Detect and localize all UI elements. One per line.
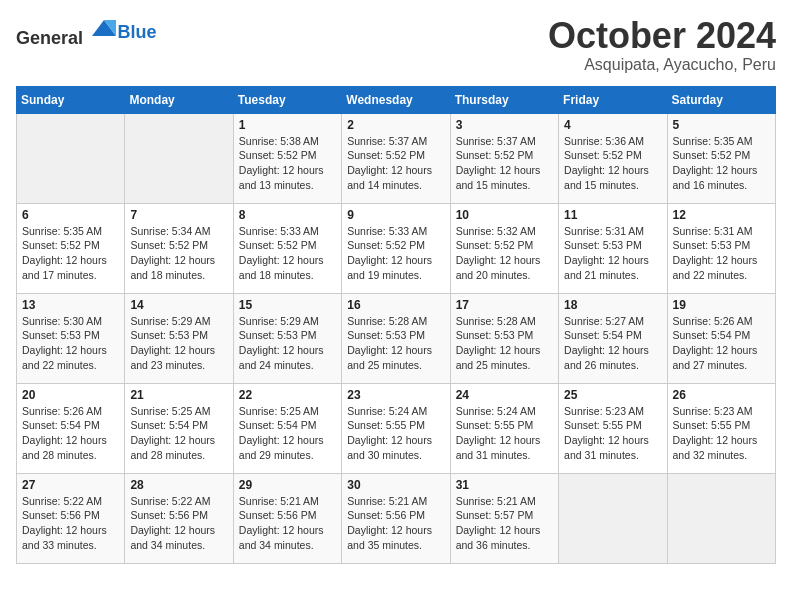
day-info: Sunrise: 5:22 AM Sunset: 5:56 PM Dayligh… xyxy=(130,494,227,553)
day-info: Sunrise: 5:31 AM Sunset: 5:53 PM Dayligh… xyxy=(673,224,770,283)
calendar-cell: 29Sunrise: 5:21 AM Sunset: 5:56 PM Dayli… xyxy=(233,473,341,563)
day-number: 11 xyxy=(564,208,661,222)
day-number: 25 xyxy=(564,388,661,402)
day-number: 27 xyxy=(22,478,119,492)
calendar-cell: 20Sunrise: 5:26 AM Sunset: 5:54 PM Dayli… xyxy=(17,383,125,473)
header-tuesday: Tuesday xyxy=(233,86,341,113)
day-info: Sunrise: 5:32 AM Sunset: 5:52 PM Dayligh… xyxy=(456,224,553,283)
calendar-cell: 5Sunrise: 5:35 AM Sunset: 5:52 PM Daylig… xyxy=(667,113,775,203)
day-info: Sunrise: 5:25 AM Sunset: 5:54 PM Dayligh… xyxy=(239,404,336,463)
calendar-cell: 21Sunrise: 5:25 AM Sunset: 5:54 PM Dayli… xyxy=(125,383,233,473)
day-info: Sunrise: 5:23 AM Sunset: 5:55 PM Dayligh… xyxy=(564,404,661,463)
header-sunday: Sunday xyxy=(17,86,125,113)
month-title: October 2024 xyxy=(548,16,776,56)
calendar-cell: 7Sunrise: 5:34 AM Sunset: 5:52 PM Daylig… xyxy=(125,203,233,293)
day-number: 9 xyxy=(347,208,444,222)
day-number: 17 xyxy=(456,298,553,312)
day-info: Sunrise: 5:33 AM Sunset: 5:52 PM Dayligh… xyxy=(347,224,444,283)
calendar-cell: 31Sunrise: 5:21 AM Sunset: 5:57 PM Dayli… xyxy=(450,473,558,563)
day-number: 3 xyxy=(456,118,553,132)
day-info: Sunrise: 5:37 AM Sunset: 5:52 PM Dayligh… xyxy=(347,134,444,193)
day-number: 7 xyxy=(130,208,227,222)
day-number: 24 xyxy=(456,388,553,402)
logo-text-blue: Blue xyxy=(118,22,157,42)
calendar-cell: 26Sunrise: 5:23 AM Sunset: 5:55 PM Dayli… xyxy=(667,383,775,473)
day-number: 30 xyxy=(347,478,444,492)
logo: General Blue xyxy=(16,16,157,49)
calendar-cell: 23Sunrise: 5:24 AM Sunset: 5:55 PM Dayli… xyxy=(342,383,450,473)
day-info: Sunrise: 5:26 AM Sunset: 5:54 PM Dayligh… xyxy=(22,404,119,463)
calendar-cell: 24Sunrise: 5:24 AM Sunset: 5:55 PM Dayli… xyxy=(450,383,558,473)
day-number: 15 xyxy=(239,298,336,312)
calendar-cell: 9Sunrise: 5:33 AM Sunset: 5:52 PM Daylig… xyxy=(342,203,450,293)
calendar-cell: 30Sunrise: 5:21 AM Sunset: 5:56 PM Dayli… xyxy=(342,473,450,563)
day-number: 1 xyxy=(239,118,336,132)
calendar-cell: 25Sunrise: 5:23 AM Sunset: 5:55 PM Dayli… xyxy=(559,383,667,473)
day-info: Sunrise: 5:22 AM Sunset: 5:56 PM Dayligh… xyxy=(22,494,119,553)
calendar-cell: 1Sunrise: 5:38 AM Sunset: 5:52 PM Daylig… xyxy=(233,113,341,203)
calendar-cell xyxy=(559,473,667,563)
day-info: Sunrise: 5:28 AM Sunset: 5:53 PM Dayligh… xyxy=(456,314,553,373)
day-number: 31 xyxy=(456,478,553,492)
day-number: 13 xyxy=(22,298,119,312)
calendar-cell: 12Sunrise: 5:31 AM Sunset: 5:53 PM Dayli… xyxy=(667,203,775,293)
header-monday: Monday xyxy=(125,86,233,113)
calendar-cell: 4Sunrise: 5:36 AM Sunset: 5:52 PM Daylig… xyxy=(559,113,667,203)
title-area: October 2024 Asquipata, Ayacucho, Peru xyxy=(548,16,776,74)
day-info: Sunrise: 5:29 AM Sunset: 5:53 PM Dayligh… xyxy=(130,314,227,373)
day-number: 2 xyxy=(347,118,444,132)
day-info: Sunrise: 5:24 AM Sunset: 5:55 PM Dayligh… xyxy=(456,404,553,463)
calendar-cell: 8Sunrise: 5:33 AM Sunset: 5:52 PM Daylig… xyxy=(233,203,341,293)
location-title: Asquipata, Ayacucho, Peru xyxy=(548,56,776,74)
calendar-cell xyxy=(17,113,125,203)
day-number: 21 xyxy=(130,388,227,402)
header-saturday: Saturday xyxy=(667,86,775,113)
day-number: 19 xyxy=(673,298,770,312)
header: General Blue October 2024 Asquipata, Aya… xyxy=(16,16,776,74)
logo-icon xyxy=(90,16,118,44)
calendar-table: Sunday Monday Tuesday Wednesday Thursday… xyxy=(16,86,776,564)
day-info: Sunrise: 5:21 AM Sunset: 5:56 PM Dayligh… xyxy=(347,494,444,553)
calendar-week-3: 13Sunrise: 5:30 AM Sunset: 5:53 PM Dayli… xyxy=(17,293,776,383)
day-number: 28 xyxy=(130,478,227,492)
header-wednesday: Wednesday xyxy=(342,86,450,113)
day-number: 12 xyxy=(673,208,770,222)
calendar-cell: 2Sunrise: 5:37 AM Sunset: 5:52 PM Daylig… xyxy=(342,113,450,203)
calendar-cell: 10Sunrise: 5:32 AM Sunset: 5:52 PM Dayli… xyxy=(450,203,558,293)
calendar-week-1: 1Sunrise: 5:38 AM Sunset: 5:52 PM Daylig… xyxy=(17,113,776,203)
calendar-week-4: 20Sunrise: 5:26 AM Sunset: 5:54 PM Dayli… xyxy=(17,383,776,473)
day-info: Sunrise: 5:21 AM Sunset: 5:57 PM Dayligh… xyxy=(456,494,553,553)
calendar-cell: 17Sunrise: 5:28 AM Sunset: 5:53 PM Dayli… xyxy=(450,293,558,383)
day-number: 18 xyxy=(564,298,661,312)
day-info: Sunrise: 5:21 AM Sunset: 5:56 PM Dayligh… xyxy=(239,494,336,553)
calendar-cell: 22Sunrise: 5:25 AM Sunset: 5:54 PM Dayli… xyxy=(233,383,341,473)
day-number: 6 xyxy=(22,208,119,222)
day-number: 5 xyxy=(673,118,770,132)
day-number: 16 xyxy=(347,298,444,312)
day-info: Sunrise: 5:28 AM Sunset: 5:53 PM Dayligh… xyxy=(347,314,444,373)
day-number: 23 xyxy=(347,388,444,402)
header-friday: Friday xyxy=(559,86,667,113)
calendar-cell: 19Sunrise: 5:26 AM Sunset: 5:54 PM Dayli… xyxy=(667,293,775,383)
day-number: 10 xyxy=(456,208,553,222)
day-info: Sunrise: 5:23 AM Sunset: 5:55 PM Dayligh… xyxy=(673,404,770,463)
day-info: Sunrise: 5:25 AM Sunset: 5:54 PM Dayligh… xyxy=(130,404,227,463)
day-info: Sunrise: 5:27 AM Sunset: 5:54 PM Dayligh… xyxy=(564,314,661,373)
calendar-cell: 28Sunrise: 5:22 AM Sunset: 5:56 PM Dayli… xyxy=(125,473,233,563)
calendar-cell: 14Sunrise: 5:29 AM Sunset: 5:53 PM Dayli… xyxy=(125,293,233,383)
day-info: Sunrise: 5:35 AM Sunset: 5:52 PM Dayligh… xyxy=(673,134,770,193)
day-info: Sunrise: 5:33 AM Sunset: 5:52 PM Dayligh… xyxy=(239,224,336,283)
day-number: 29 xyxy=(239,478,336,492)
weekday-header-row: Sunday Monday Tuesday Wednesday Thursday… xyxy=(17,86,776,113)
calendar-week-2: 6Sunrise: 5:35 AM Sunset: 5:52 PM Daylig… xyxy=(17,203,776,293)
header-thursday: Thursday xyxy=(450,86,558,113)
day-info: Sunrise: 5:26 AM Sunset: 5:54 PM Dayligh… xyxy=(673,314,770,373)
calendar-cell xyxy=(125,113,233,203)
day-number: 20 xyxy=(22,388,119,402)
calendar-week-5: 27Sunrise: 5:22 AM Sunset: 5:56 PM Dayli… xyxy=(17,473,776,563)
day-info: Sunrise: 5:34 AM Sunset: 5:52 PM Dayligh… xyxy=(130,224,227,283)
day-info: Sunrise: 5:36 AM Sunset: 5:52 PM Dayligh… xyxy=(564,134,661,193)
day-info: Sunrise: 5:37 AM Sunset: 5:52 PM Dayligh… xyxy=(456,134,553,193)
day-number: 22 xyxy=(239,388,336,402)
logo-text-general: General xyxy=(16,28,83,48)
